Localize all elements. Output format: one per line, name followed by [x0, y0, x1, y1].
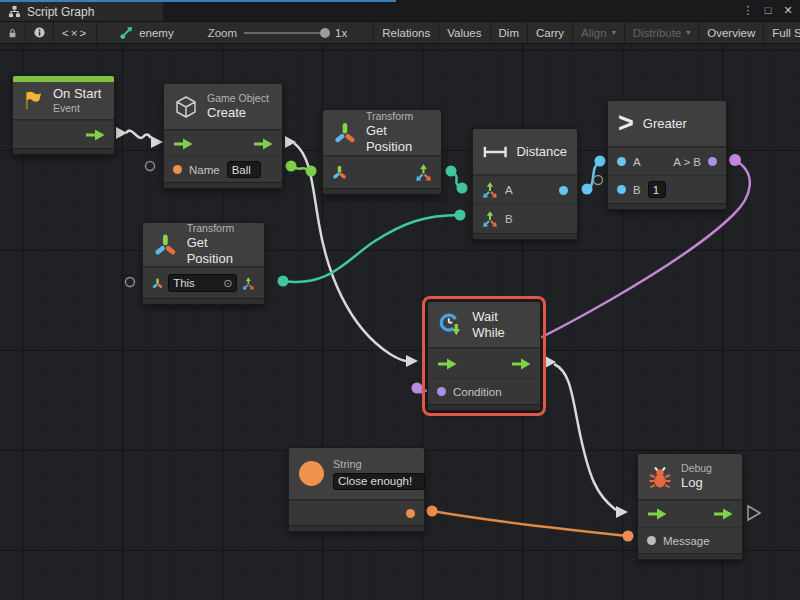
wire-endpoint [582, 184, 593, 195]
object-picker-icon[interactable]: ⊙ [223, 278, 232, 289]
dim-button[interactable]: Dim [491, 22, 528, 43]
transform-input-port[interactable] [152, 276, 163, 291]
node-header: String [289, 448, 424, 500]
float-output-port[interactable] [559, 186, 568, 195]
graph-pointer-icon [119, 26, 133, 40]
wire-endpoint [286, 161, 297, 172]
node-get-position-b[interactable]: Transform Get Position ⊙ [142, 222, 265, 305]
transform-input-port[interactable] [332, 165, 347, 180]
node-header: Wait While [428, 302, 540, 348]
flow-output-port[interactable] [713, 508, 733, 520]
wire-arrowhead [616, 506, 628, 518]
node-greater[interactable]: > Greater A A > B B [607, 100, 727, 210]
graph-reference-button[interactable]: enemy [111, 22, 182, 43]
distribute-button[interactable]: Distribute [625, 22, 700, 43]
target-field[interactable]: ⊙ [168, 274, 237, 292]
input-a-row: A A > B [608, 147, 726, 175]
window-maximize-icon[interactable]: □ [760, 2, 776, 18]
flow-port-row [13, 120, 114, 148]
flow-input-port[interactable] [647, 508, 667, 520]
node-title: Greater [643, 116, 687, 132]
vector3-input-port[interactable] [482, 182, 498, 198]
node-title: Log [681, 475, 712, 491]
node-string[interactable]: String [288, 447, 425, 532]
lock-button[interactable] [0, 22, 26, 43]
value-port-row: ⊙ [143, 267, 264, 298]
port-label: Condition [453, 386, 502, 398]
node-log[interactable]: Debug Log Message [637, 453, 743, 560]
wire-endpoint [729, 154, 741, 166]
node-wait-while[interactable]: Wait While Condition [427, 301, 541, 411]
string-output-port[interactable] [406, 509, 415, 518]
node-category: Transform [366, 110, 431, 123]
wire-endpoint [457, 183, 468, 194]
info-icon [34, 26, 45, 39]
graph-reference-label: enemy [139, 27, 174, 39]
transform-icon [333, 120, 357, 146]
flow-output-port[interactable] [511, 358, 531, 370]
wire-waitwhile-to-log[interactable] [554, 364, 616, 510]
flow-input-port[interactable] [437, 358, 457, 370]
flow-output-port[interactable] [85, 129, 105, 141]
node-header: Transform Get Position [143, 223, 264, 267]
node-title: Distance [516, 144, 567, 160]
title-bar: Script Graph ⋮ □ ✕ [0, 0, 800, 21]
bool-input-port[interactable] [437, 387, 446, 396]
window-menu-icon[interactable]: ⋮ [740, 2, 756, 18]
graph-canvas[interactable]: On Start Event Game Object Create [0, 44, 800, 600]
flow-port-row [428, 348, 540, 378]
unconnected-port-ring [146, 162, 155, 171]
wire-onstart-to-create[interactable] [126, 131, 151, 138]
condition-row: Condition [428, 378, 540, 404]
string-value-field[interactable] [333, 473, 425, 490]
string-type-icon [299, 461, 324, 486]
bool-output-port[interactable] [708, 157, 717, 166]
flag-icon [23, 90, 44, 111]
carry-button[interactable]: Carry [528, 22, 573, 43]
bug-icon [648, 465, 672, 489]
value-input-port[interactable] [617, 185, 626, 194]
vector3-input-port[interactable] [482, 211, 498, 227]
values-button[interactable]: Values [439, 22, 490, 43]
wire-getposition-b-to-distance-b[interactable] [283, 215, 460, 282]
message-input-port[interactable] [647, 536, 656, 545]
window-close-icon[interactable]: ✕ [780, 2, 796, 18]
tab-script-graph[interactable]: Script Graph [0, 2, 163, 21]
value-port-row [323, 156, 441, 188]
wire-endpoint [306, 166, 317, 177]
relations-button[interactable]: Relations [374, 22, 439, 43]
name-port-row: Name [164, 156, 282, 182]
name-value-field[interactable] [227, 161, 261, 178]
zoom-slider[interactable] [244, 32, 328, 34]
string-input-port[interactable] [173, 165, 182, 174]
wire-endpoint [446, 166, 457, 177]
node-footer [13, 148, 114, 154]
port-label: Message [663, 535, 710, 547]
vector3-output-port[interactable] [415, 164, 432, 181]
node-footer [289, 525, 424, 531]
code-view-button[interactable]: <×> [54, 22, 97, 43]
full-screen-button[interactable]: Full Screen [764, 22, 800, 43]
overview-button[interactable]: Overview [699, 22, 764, 43]
cube-icon [174, 95, 198, 119]
node-create[interactable]: Game Object Create Name [163, 83, 283, 189]
vector3-output-port[interactable] [242, 275, 255, 292]
flow-input-port[interactable] [173, 138, 193, 150]
node-get-position-a[interactable]: Transform Get Position [322, 109, 442, 195]
b-value-field[interactable] [648, 181, 666, 198]
node-footer [473, 233, 577, 239]
node-distance[interactable]: Distance A B [472, 128, 578, 240]
align-button[interactable]: Align [573, 22, 625, 43]
node-header: > Greater [608, 101, 726, 147]
node-on-start[interactable]: On Start Event [12, 75, 115, 155]
wire-arrowhead [406, 355, 418, 367]
target-value-input[interactable] [173, 277, 219, 289]
flow-output-port[interactable] [253, 138, 273, 150]
node-footer [323, 188, 441, 194]
info-button[interactable] [26, 22, 54, 43]
toolbar: <×> enemy Zoom 1x Relations Values Dim C… [0, 21, 800, 44]
zoom-slider-handle[interactable] [320, 28, 330, 38]
value-input-port[interactable] [617, 157, 626, 166]
port-label: B [633, 184, 641, 196]
wire-string-to-message[interactable] [432, 511, 628, 536]
